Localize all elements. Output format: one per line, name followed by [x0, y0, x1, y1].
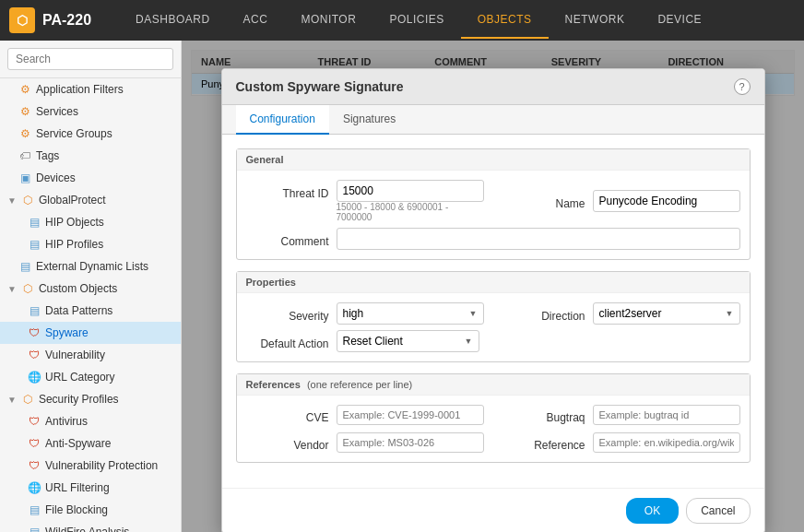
bugtraq-input-container	[593, 405, 740, 425]
spyware-icon: 🛡	[28, 326, 41, 339]
sidebar: ⚙ Application Filters ⚙ Services ⚙ Servi…	[0, 41, 182, 532]
properties-section-body: Severity high ▼ Directio	[237, 293, 750, 361]
sidebar-item-url-category[interactable]: 🌐 URL Category	[0, 366, 181, 388]
sidebar-item-data-patterns[interactable]: ▤ Data Patterns	[0, 300, 181, 322]
sidebar-item-service-groups[interactable]: ⚙ Service Groups	[0, 123, 181, 145]
cancel-button[interactable]: Cancel	[686, 498, 750, 524]
main-layout: ⚙ Application Filters ⚙ Services ⚙ Servi…	[0, 41, 804, 532]
nav-acc[interactable]: ACC	[227, 2, 285, 39]
modal-tabs: Configuration Signatures	[222, 105, 764, 135]
service-groups-icon: ⚙	[18, 127, 31, 140]
threat-id-label: Threat ID	[246, 183, 329, 200]
name-input-container	[593, 190, 740, 212]
anti-spyware-icon: 🛡	[28, 437, 41, 450]
sidebar-item-url-filtering[interactable]: 🌐 URL Filtering	[0, 477, 181, 499]
nav-monitor[interactable]: MONITOR	[284, 2, 372, 39]
content-area: NAME THREAT ID COMMENT SEVERITY DIRECTIO…	[182, 41, 804, 532]
device-icon: ▣	[18, 171, 31, 184]
globalprotect-icon: ⬡	[21, 194, 34, 207]
data-patterns-icon: ▤	[28, 304, 41, 317]
sidebar-item-services[interactable]: ⚙ Services	[0, 100, 181, 123]
reference-input[interactable]	[593, 432, 740, 453]
vendor-input-container	[337, 432, 484, 453]
sidebar-item-external-dynamic[interactable]: ▤ External Dynamic Lists	[0, 255, 181, 278]
severity-select[interactable]: high ▼	[337, 302, 484, 325]
external-dynamic-icon: ▤	[18, 260, 31, 273]
bugtraq-input[interactable]	[593, 405, 740, 425]
severity-value: high	[343, 307, 364, 320]
gear-icon: ⚙	[18, 83, 31, 96]
tab-configuration[interactable]: Configuration	[236, 105, 329, 135]
sidebar-item-application-filters[interactable]: ⚙ Application Filters	[0, 78, 181, 100]
threat-id-input[interactable]	[337, 180, 484, 202]
nav-policies[interactable]: POLICIES	[372, 2, 460, 39]
sidebar-item-hip-objects[interactable]: ▤ HIP Objects	[0, 211, 181, 233]
vulnerability-icon: 🛡	[28, 349, 41, 361]
references-row2: Vendor Reference	[246, 432, 740, 453]
security-profiles-icon: ⬡	[21, 393, 34, 406]
severity-label: Severity	[246, 305, 329, 323]
sidebar-group-globalprotect[interactable]: ▼ ⬡ GlobalProtect	[0, 189, 181, 211]
references-subtitle: (one reference per line)	[307, 379, 412, 390]
modal-overlay: Custom Spyware Signature ? Configuration…	[182, 41, 804, 532]
sidebar-item-tags[interactable]: 🏷 Tags	[0, 145, 181, 167]
services-icon: ⚙	[18, 105, 31, 118]
default-action-value: Reset Client	[343, 335, 403, 348]
direction-value: client2server	[599, 307, 662, 320]
nav-objects[interactable]: OBJECTS	[461, 2, 549, 39]
direction-select[interactable]: client2server ▼	[593, 302, 740, 325]
nav-device[interactable]: DEVICE	[641, 2, 718, 39]
sidebar-item-vulnerability-protection[interactable]: 🛡 Vulnerability Protection	[0, 455, 181, 477]
wildfire-icon: ▤	[28, 526, 41, 532]
ok-button[interactable]: OK	[626, 498, 679, 524]
top-navigation: ⬡ PA-220 DASHBOARD ACC MONITOR POLICIES …	[0, 0, 804, 41]
default-action-select[interactable]: Reset Client ▼	[337, 330, 479, 352]
modal-help-button[interactable]: ?	[734, 78, 751, 95]
sidebar-item-anti-spyware[interactable]: 🛡 Anti-Spyware	[0, 432, 181, 455]
threat-id-hint: 15000 - 18000 & 6900001 - 7000000	[246, 202, 484, 222]
sidebar-item-hip-profiles[interactable]: ▤ HIP Profiles	[0, 233, 181, 255]
sidebar-item-antivirus[interactable]: 🛡 Antivirus	[0, 410, 181, 432]
url-category-icon: 🌐	[28, 371, 41, 384]
modal-title: Custom Spyware Signature	[236, 79, 404, 94]
reference-input-container	[593, 432, 740, 453]
nav-dashboard[interactable]: DASHBOARD	[119, 2, 227, 39]
vendor-input[interactable]	[337, 432, 484, 453]
tab-signatures[interactable]: Signatures	[329, 105, 409, 135]
nav-bar: DASHBOARD ACC MONITOR POLICIES OBJECTS N…	[119, 2, 795, 39]
default-action-row: Default Action Reset Client ▼	[246, 330, 740, 352]
comment-input[interactable]	[337, 228, 740, 250]
properties-section-title: Properties	[237, 272, 750, 293]
references-section-title: References (one reference per line)	[237, 374, 750, 396]
custom-objects-icon: ⬡	[21, 282, 34, 295]
hip-profiles-icon: ▤	[28, 238, 41, 251]
url-filtering-icon: 🌐	[28, 481, 41, 494]
severity-select-container: high ▼	[337, 302, 484, 325]
logo-icon: ⬡	[9, 7, 35, 33]
name-label: Name	[502, 193, 585, 210]
sidebar-group-security-profiles[interactable]: ▼ ⬡ Security Profiles	[0, 388, 181, 410]
general-top-row: Threat ID 15000 - 18000 & 6900001 - 7000…	[246, 180, 740, 222]
references-row1: CVE Bugtraq	[246, 405, 740, 425]
reference-group: Reference	[502, 432, 740, 453]
sidebar-search-input[interactable]	[7, 48, 173, 70]
name-group: Name	[502, 180, 740, 222]
direction-label: Direction	[502, 305, 585, 323]
sidebar-item-file-blocking[interactable]: ▤ File Blocking	[0, 499, 181, 521]
direction-select-container: client2server ▼	[593, 302, 740, 325]
sidebar-item-wildfire[interactable]: ▤ WildFire Analysis	[0, 521, 181, 532]
sidebar-search-container	[0, 41, 181, 78]
cve-input[interactable]	[337, 405, 484, 425]
sidebar-group-custom-objects[interactable]: ▼ ⬡ Custom Objects	[0, 278, 181, 300]
default-action-container: Reset Client ▼	[337, 330, 479, 352]
sidebar-item-spyware[interactable]: 🛡 Spyware	[0, 322, 181, 344]
threat-id-group: Threat ID 15000 - 18000 & 6900001 - 7000…	[246, 180, 484, 222]
references-section-body: CVE Bugtraq	[237, 396, 750, 462]
nav-network[interactable]: NETWORK	[549, 2, 642, 39]
custom-spyware-modal: Custom Spyware Signature ? Configuration…	[221, 68, 765, 532]
name-input[interactable]	[593, 190, 740, 212]
file-blocking-icon: ▤	[28, 503, 41, 516]
sidebar-item-vulnerability[interactable]: 🛡 Vulnerability	[0, 344, 181, 366]
properties-row1: Severity high ▼ Directio	[246, 302, 740, 325]
sidebar-item-devices[interactable]: ▣ Devices	[0, 167, 181, 189]
